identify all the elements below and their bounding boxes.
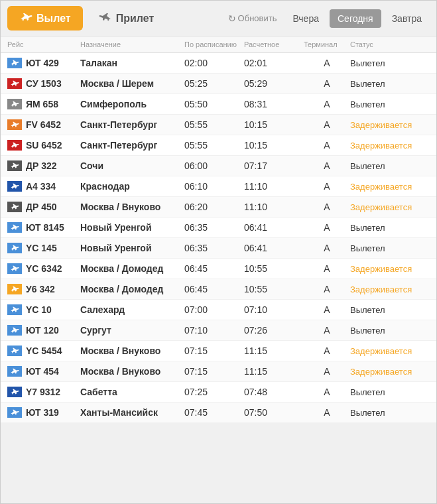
status-badge: Вылетел: [350, 99, 430, 109]
tab-departure[interactable]: Вылет: [7, 6, 83, 31]
table-row: СУ 1503 Москва / Шерем 05:25 05:29 A Выл…: [1, 74, 436, 94]
terminal: A: [304, 181, 350, 192]
airline-icon: [7, 202, 22, 212]
scheduled-time: 06:10: [184, 181, 244, 192]
header-actions: ↻ Обновить Вчера Сегодня Завтра: [223, 9, 430, 28]
tab-arrival[interactable]: Прилет: [87, 6, 166, 31]
status-badge: Вылетел: [350, 243, 430, 253]
estimated-time: 10:55: [244, 263, 304, 274]
status-badge: Вылетел: [350, 408, 430, 418]
flight-number: ЮТ 8145: [7, 222, 80, 233]
tab-arrival-label: Прилет: [116, 13, 155, 25]
tab-departure-label: Вылет: [36, 13, 71, 25]
tomorrow-button[interactable]: Завтра: [384, 9, 430, 28]
airline-icon: [7, 366, 22, 377]
status-badge: Вылетел: [350, 79, 430, 89]
flight-number: ДР 322: [7, 160, 80, 171]
airline-icon: [7, 140, 22, 151]
scheduled-time: 06:35: [184, 222, 244, 233]
airline-icon: [7, 284, 22, 294]
airline-icon: [7, 325, 22, 336]
estimated-time: 06:41: [244, 222, 304, 233]
airline-icon: [7, 263, 22, 274]
estimated-time: 11:10: [244, 202, 304, 212]
destination: Москва / Шерем: [80, 78, 184, 89]
terminal: A: [304, 119, 350, 130]
table-row: ДР 322 Сочи 06:00 07:17 A Вылетел: [1, 156, 436, 176]
table-row: ЮТ 454 Москва / Внуково 07:15 11:15 A За…: [1, 361, 436, 382]
flight-number: ЮТ 319: [7, 407, 80, 418]
flight-number: SU 6452: [7, 140, 80, 151]
flight-id: ЯМ 658: [26, 99, 58, 109]
flight-id: ЮТ 454: [26, 366, 59, 377]
status-badge: Задерживается: [350, 346, 430, 356]
table-row: YC 5454 Москва / Внуково 07:15 11:15 A З…: [1, 341, 436, 361]
refresh-button[interactable]: ↻ Обновить: [223, 10, 282, 27]
refresh-label: Обновить: [238, 13, 277, 23]
flight-id: ЮТ 120: [26, 325, 59, 336]
estimated-time: 06:41: [244, 243, 304, 253]
table-header-row: Рейс Назначение По расписанию Расчетное …: [1, 36, 436, 53]
destination: Москва / Внуково: [80, 346, 184, 356]
arrival-plane-icon: [99, 11, 112, 25]
airline-icon: [7, 181, 22, 192]
status-badge: Вылетел: [350, 223, 430, 233]
destination: Симферополь: [80, 99, 184, 109]
destination: Санкт-Петербург: [80, 119, 184, 130]
airline-icon: [7, 222, 22, 233]
table-row: YC 145 Новый Уренгой 06:35 06:41 A Вылет…: [1, 238, 436, 259]
airline-icon: [7, 346, 22, 356]
flight-id: ДР 450: [26, 202, 57, 212]
scheduled-time: 06:20: [184, 202, 244, 212]
flight-id: ДР 322: [26, 160, 57, 171]
airline-icon: [7, 78, 22, 89]
status-badge: Вылетел: [350, 387, 430, 397]
flight-id: А4 334: [26, 181, 56, 192]
airline-icon: [7, 160, 22, 171]
today-button[interactable]: Сегодня: [330, 9, 381, 28]
header: Вылет Прилет ↻ Обновить Вчера Сегодня За…: [1, 1, 436, 36]
estimated-time: 11:15: [244, 366, 304, 377]
scheduled-time: 05:55: [184, 119, 244, 130]
estimated-time: 07:17: [244, 160, 304, 171]
table-row: У6 342 Москва / Домодед 06:45 10:55 A За…: [1, 279, 436, 300]
airline-icon: [7, 243, 22, 253]
flights-list: ЮТ 429 Талакан 02:00 02:01 A Вылетел СУ …: [1, 53, 436, 423]
terminal: A: [304, 304, 350, 315]
col-estimated: Расчетное: [244, 40, 304, 48]
status-badge: Вылетел: [350, 326, 430, 336]
scheduled-time: 02:00: [184, 58, 244, 68]
terminal: A: [304, 202, 350, 212]
terminal: A: [304, 366, 350, 377]
airline-icon: [7, 58, 22, 68]
flight-number: ЮТ 429: [7, 58, 80, 68]
table-row: ЯМ 658 Симферополь 05:50 08:31 A Вылетел: [1, 94, 436, 115]
scheduled-time: 06:00: [184, 160, 244, 171]
yesterday-button[interactable]: Вчера: [284, 9, 327, 28]
estimated-time: 11:15: [244, 346, 304, 356]
flight-number: YC 6342: [7, 263, 80, 274]
destination: Сочи: [80, 160, 184, 171]
estimated-time: 10:15: [244, 119, 304, 130]
table-row: ЮТ 120 Сургут 07:10 07:26 A Вылетел: [1, 320, 436, 341]
flight-number: ЮТ 120: [7, 325, 80, 336]
status-badge: Вылетел: [350, 161, 430, 171]
flight-number: YC 10: [7, 304, 80, 315]
table-row: Y7 9312 Сабетта 07:25 07:48 A Вылетел: [1, 382, 436, 403]
terminal: A: [304, 99, 350, 109]
destination: Москва / Домодед: [80, 263, 184, 274]
airline-icon: [7, 407, 22, 418]
col-flight: Рейс: [7, 40, 80, 48]
flight-number: Y7 9312: [7, 387, 80, 397]
flight-id: У6 342: [26, 284, 55, 294]
scheduled-time: 06:35: [184, 243, 244, 253]
table-row: ДР 450 Москва / Внуково 06:20 11:10 A За…: [1, 197, 436, 218]
flights-table: Рейс Назначение По расписанию Расчетное …: [1, 36, 436, 423]
flight-id: YC 10: [26, 304, 52, 315]
departure-plane-icon: [19, 11, 32, 25]
table-row: ЮТ 429 Талакан 02:00 02:01 A Вылетел: [1, 53, 436, 74]
flight-number: ДР 450: [7, 202, 80, 212]
destination: Москва / Внуково: [80, 202, 184, 212]
table-row: YC 6342 Москва / Домодед 06:45 10:55 A З…: [1, 259, 436, 279]
flight-id: СУ 1503: [26, 78, 62, 89]
